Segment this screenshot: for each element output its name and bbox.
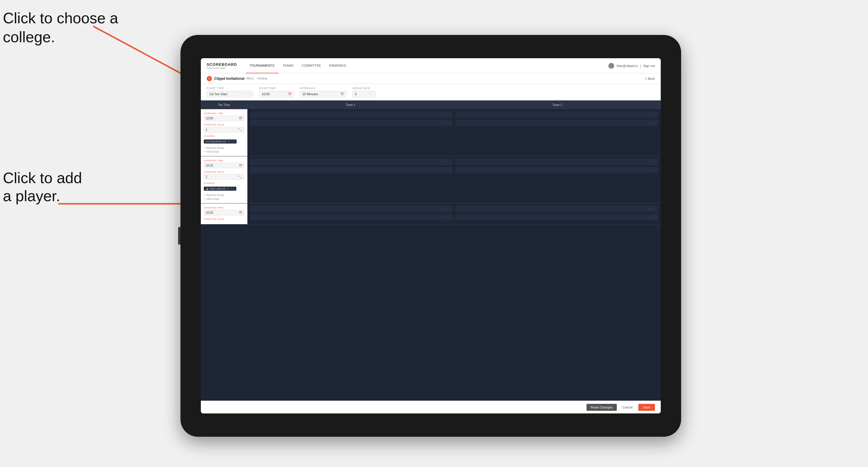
starting-time-input-1[interactable]: 10:00 ⏰ bbox=[204, 116, 244, 121]
nav-tournaments[interactable]: TOURNAMENTS bbox=[246, 58, 279, 73]
player-chevron-2-1: ⌃⌄ bbox=[651, 113, 656, 116]
cancel-button[interactable]: Cancel bbox=[620, 404, 636, 411]
player-chevron-1-1: ⌃⌄ bbox=[446, 113, 451, 116]
player-x-1-2[interactable]: ✕ bbox=[442, 121, 445, 124]
nav-rankings[interactable]: RANKINGS bbox=[325, 58, 350, 73]
player-x-2-1[interactable]: ✕ bbox=[648, 113, 650, 116]
player-x-5-2[interactable]: ✕ bbox=[442, 216, 445, 219]
team1-col-3: ✕ ⌃⌄ ✕ ⌃⌄ bbox=[250, 206, 453, 222]
player-row-2-1[interactable]: ✕ ⌃⌄ bbox=[455, 112, 658, 118]
start-type-label: Start Type bbox=[207, 87, 253, 90]
player-row-5-2[interactable]: ✕ ⌃⌄ bbox=[250, 214, 453, 220]
player-x-3-1[interactable]: ✕ bbox=[442, 160, 445, 163]
player-x-2-2[interactable]: ✕ bbox=[648, 121, 650, 124]
starting-hole-input-1[interactable]: 1 ⌃⌄ bbox=[204, 127, 244, 132]
time-icon-3: ⏰ bbox=[239, 211, 242, 214]
add-group-btn-2[interactable]: + Add Group bbox=[204, 197, 244, 200]
starting-time-input-2[interactable]: 10:10 ⏰ bbox=[204, 163, 244, 168]
player-row-6-1[interactable]: ✕ ⌃⌄ bbox=[455, 206, 658, 212]
group-size-label: Group Size bbox=[352, 87, 375, 90]
start-time-input[interactable]: 10:00 ⏰ bbox=[259, 91, 294, 97]
starting-time-label-3: STARTING TIME: bbox=[204, 207, 244, 209]
main-content: STARTING TIME: 10:00 ⏰ STARTING HOLE: 1 … bbox=[201, 109, 661, 401]
user-email: blair@clippd.io bbox=[617, 64, 638, 67]
team2-col-1: ✕ ⌃⌄ ✕ ⌃⌄ bbox=[455, 112, 658, 154]
player-chevron-3-2: ⌃⌄ bbox=[446, 168, 451, 172]
tablet-frame: SCOREBOARD Powered by clippd TOURNAMENTS… bbox=[181, 35, 681, 437]
player-row-3-1[interactable]: ✕ ⌃⌄ bbox=[250, 159, 453, 165]
team2-col-3: ✕ ⌃⌄ ✕ ⌃⌄ bbox=[455, 206, 658, 222]
sign-out-link[interactable]: Sign out bbox=[643, 64, 655, 67]
player-chevron-2-2: ⌃⌄ bbox=[651, 121, 656, 124]
tablet-side-button[interactable] bbox=[178, 227, 181, 245]
tee-left-1: STARTING TIME: 10:00 ⏰ STARTING HOLE: 1 … bbox=[201, 109, 247, 156]
tee-left-2: STARTING TIME: 10:10 ⏰ STARTING HOLE: 1 … bbox=[201, 156, 247, 203]
tournament-gender: (Men) bbox=[246, 77, 254, 80]
nav-committee[interactable]: COMMITTEE bbox=[298, 58, 325, 73]
player-row-2-2[interactable]: ✕ ⌃⌄ bbox=[455, 120, 658, 126]
course-label-1: COURSE: bbox=[204, 135, 244, 137]
course-flag-2: ⛳ bbox=[206, 187, 209, 190]
player-x-4-2[interactable]: ✕ bbox=[648, 168, 650, 172]
hole-chevrons-2: ⌃⌄ bbox=[238, 175, 242, 179]
player-row-6-2[interactable]: ✕ ⌃⌄ bbox=[455, 214, 658, 220]
add-group-btn-1[interactable]: + Add Group bbox=[204, 150, 244, 153]
logo-sub-text: Powered by clippd bbox=[207, 67, 237, 69]
time-icon-1: ⏰ bbox=[239, 117, 242, 120]
remove-group-btn-2[interactable]: ○ Remove Group bbox=[204, 194, 244, 196]
player-chevron-5-2: ⌃⌄ bbox=[446, 216, 451, 219]
player-chevron-6-1: ⌃⌄ bbox=[651, 208, 656, 211]
course-label-2: COURSE: bbox=[204, 182, 244, 185]
player-x-1-1[interactable]: ✕ bbox=[442, 113, 445, 116]
course-chevrons-2: ⌃⌄ bbox=[230, 187, 235, 190]
player-chevron-6-2: ⌃⌄ bbox=[651, 216, 656, 219]
course-remove-1[interactable]: ✕ bbox=[228, 140, 230, 143]
starting-time-input-3[interactable]: 10:20 ⏰ bbox=[204, 210, 244, 215]
back-button[interactable]: < Back bbox=[645, 77, 655, 80]
nav-divider: | bbox=[640, 64, 641, 67]
starting-hole-label-1: STARTING HOLE: bbox=[204, 123, 244, 126]
starting-hole-label-2: STARTING HOLE: bbox=[204, 170, 244, 173]
player-row-4-2[interactable]: ✕ ⌃⌄ bbox=[455, 167, 658, 173]
start-time-label: Start Time bbox=[259, 87, 294, 90]
intervals-control: Intervals 10 Minutes ⏰ bbox=[300, 87, 346, 97]
start-time-control: Start Time 10:00 ⏰ bbox=[259, 87, 294, 97]
app-navbar: SCOREBOARD Powered by clippd TOURNAMENTS… bbox=[201, 58, 661, 73]
remove-group-btn-1[interactable]: ○ Remove Group bbox=[204, 147, 244, 149]
team2-col-2: ✕ ⌃⌄ ✕ ⌃⌄ bbox=[455, 159, 658, 201]
tee-right-2: ✕ ⌃⌄ ✕ ⌃⌄ ✕ ⌃⌄ bbox=[247, 156, 661, 203]
player-row-5-1[interactable]: ✕ ⌃⌄ bbox=[250, 206, 453, 212]
reset-changes-button[interactable]: Reset Changes bbox=[587, 404, 617, 411]
th-team1: Team 1 bbox=[247, 100, 454, 109]
nav-teams[interactable]: TEAMS bbox=[279, 58, 298, 73]
team1-col-2: ✕ ⌃⌄ ✕ ⌃⌄ bbox=[250, 159, 453, 201]
player-x-5-1[interactable]: ✕ bbox=[442, 208, 445, 211]
controls-bar: Start Type 1st Tee Start ⌃⌄ Start Time 1… bbox=[201, 84, 661, 100]
app-footer: Reset Changes Cancel Save bbox=[201, 401, 661, 413]
player-row-1-1[interactable]: ✕ ⌃⌄ bbox=[250, 112, 453, 118]
player-x-6-1[interactable]: ✕ bbox=[648, 208, 650, 211]
tee-left-3: STARTING TIME: 10:20 ⏰ STARTING HOLE: bbox=[201, 204, 247, 224]
save-button[interactable]: Save bbox=[638, 404, 655, 411]
intervals-chevrons: ⏰ bbox=[341, 93, 344, 95]
course-badge-2[interactable]: ⛳ East Lake GC ✕ ⌃⌄ bbox=[204, 187, 236, 191]
hosting-badge: Hosting bbox=[257, 77, 267, 80]
tee-right-3: ✕ ⌃⌄ ✕ ⌃⌄ ✕ ⌃⌄ bbox=[247, 204, 661, 224]
player-x-4-1[interactable]: ✕ bbox=[648, 160, 650, 163]
intervals-input[interactable]: 10 Minutes ⏰ bbox=[300, 91, 346, 97]
course-remove-2[interactable]: ✕ bbox=[227, 187, 229, 190]
course-chevrons-1: ⌃⌄ bbox=[231, 140, 235, 143]
th-tee-time: Tee Time bbox=[201, 100, 247, 109]
player-x-3-2[interactable]: ✕ bbox=[442, 168, 445, 172]
player-row-3-2[interactable]: ✕ ⌃⌄ bbox=[250, 167, 453, 173]
player-row-4-1[interactable]: ✕ ⌃⌄ bbox=[455, 159, 658, 165]
group-size-chevrons: ⌃⌄ bbox=[368, 93, 373, 95]
starting-hole-input-2[interactable]: 1 ⌃⌄ bbox=[204, 174, 244, 180]
course-badge-1[interactable]: (A) Peachtree GC ✕ ⌃⌄ bbox=[204, 139, 237, 144]
group-size-input[interactable]: 3 ⌃⌄ bbox=[352, 91, 375, 97]
th-team2: Team 2 bbox=[454, 100, 661, 109]
player-x-6-2[interactable]: ✕ bbox=[648, 216, 650, 219]
main-nav: TOURNAMENTS TEAMS COMMITTEE RANKINGS bbox=[246, 58, 609, 73]
player-row-1-2[interactable]: ✕ ⌃⌄ bbox=[250, 120, 453, 126]
start-type-input[interactable]: 1st Tee Start ⌃⌄ bbox=[207, 91, 253, 97]
